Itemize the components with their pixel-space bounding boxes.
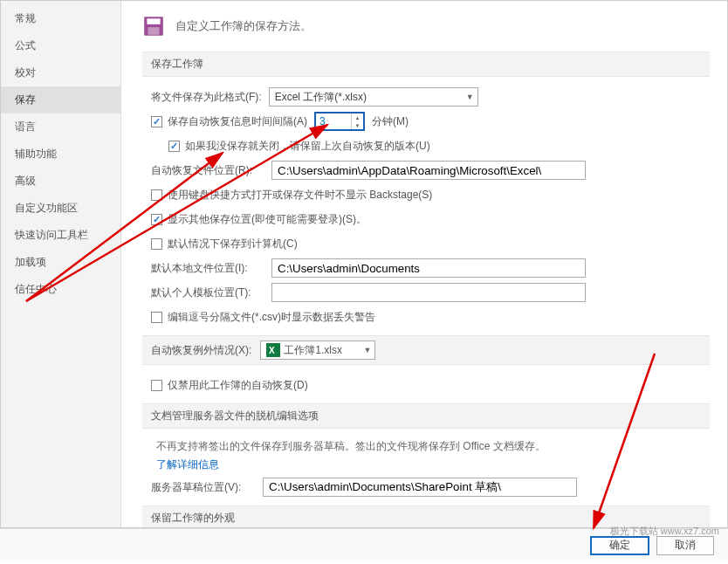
sidebar-item-accessibility[interactable]: 辅助功能 [1,141,120,168]
keep-last-label: 如果我没保存就关闭，请保留上次自动恢复的版本(U) [185,139,430,154]
chevron-down-icon: ▼ [358,346,371,354]
sidebar-item-general[interactable]: 常规 [1,5,120,32]
autorecover-interval-spinner[interactable]: ▲▼ [314,112,365,131]
sidebar-item-trust[interactable]: 信任中心 [1,276,120,303]
server-draft-input[interactable] [263,478,577,497]
spinner-down-icon[interactable]: ▼ [352,121,363,129]
save-format-label: 将文件保存为此格式(F): [151,90,262,105]
dialog-footer: 确定 取消 [0,528,728,561]
show-other-checkbox[interactable] [151,214,162,225]
autorecover-path-input[interactable] [271,161,586,180]
chevron-down-icon: ▼ [461,93,474,101]
exception-workbook-combo[interactable]: X 工作簿1.xlsx ▼ [260,340,375,360]
sidebar-item-advanced[interactable]: 高级 [1,168,120,195]
default-template-input[interactable] [271,283,586,302]
default-computer-label: 默认情况下保存到计算机(C) [168,237,298,251]
csv-warning-checkbox[interactable] [151,312,162,323]
section-doc-mgmt: 文档管理服务器文件的脱机编辑选项 [142,403,710,429]
section-autorecover-exceptions: 自动恢复例外情况(X): X 工作簿1.xlsx ▼ [142,335,710,365]
sidebar-item-language[interactable]: 语言 [1,113,120,141]
default-template-label: 默认个人模板位置(T): [151,285,264,300]
autorecover-interval-input[interactable] [316,115,351,127]
minutes-label: 分钟(M) [372,114,409,129]
spinner-up-icon[interactable]: ▲ [352,113,363,121]
svg-rect-2 [148,27,160,35]
sidebar-item-ribbon[interactable]: 自定义功能区 [1,195,120,222]
doc-mgmt-text: 不再支持将签出的文件保存到服务器草稿。签出的文件现将保存到 Office 文档缓… [156,439,710,454]
sidebar-item-save[interactable]: 保存 [1,86,120,113]
excel-icon: X [266,343,280,357]
server-draft-label: 服务器草稿位置(V): [151,480,256,495]
svg-text:X: X [269,346,275,355]
disable-autorecover-label: 仅禁用此工作簿的自动恢复(D) [168,378,308,393]
learn-more-link[interactable]: 了解详细信息 [156,457,710,472]
save-icon [142,15,165,38]
section-preserve-look: 保留工作簿的外观 [142,506,710,527]
cancel-button[interactable]: 取消 [656,536,714,555]
page-title: 自定义工作簿的保存方法。 [175,18,312,34]
page-header: 自定义工作簿的保存方法。 [142,15,710,38]
svg-rect-1 [147,18,160,24]
show-other-label: 显示其他保存位置(即使可能需要登录)(S)。 [168,212,367,227]
keep-last-checkbox[interactable] [168,141,180,152]
save-format-combo[interactable]: Excel 工作簿(*.xlsx) ▼ [269,87,478,107]
default-computer-checkbox[interactable] [151,238,162,250]
ok-button[interactable]: 确定 [590,536,649,555]
sidebar-item-formulas[interactable]: 公式 [1,32,120,59]
autorecover-path-label: 自动恢复文件位置(R): [151,163,264,178]
disable-autorecover-checkbox[interactable] [151,380,162,391]
sidebar-nav: 常规 公式 校对 保存 语言 辅助功能 高级 自定义功能区 快速访问工具栏 加载… [1,1,121,527]
backstage-label: 使用键盘快捷方式打开或保存文件时不显示 Backstage(S) [168,188,432,203]
csv-warning-label: 编辑逗号分隔文件(*.csv)时显示数据丢失警告 [168,310,375,325]
default-local-label: 默认本地文件位置(I): [151,261,264,276]
autorecover-label: 保存自动恢复信息时间间隔(A) [168,114,307,129]
main-panel: 自定义工作簿的保存方法。 保存工作簿 将文件保存为此格式(F): Excel 工… [121,1,727,527]
section-save-workbook: 保存工作簿 [142,52,710,77]
sidebar-item-addins[interactable]: 加载项 [1,249,120,276]
backstage-checkbox[interactable] [151,189,162,201]
autorecover-checkbox[interactable] [151,116,162,127]
default-local-input[interactable] [271,258,586,278]
sidebar-item-proofing[interactable]: 校对 [1,59,120,86]
sidebar-item-qat[interactable]: 快速访问工具栏 [1,222,120,249]
